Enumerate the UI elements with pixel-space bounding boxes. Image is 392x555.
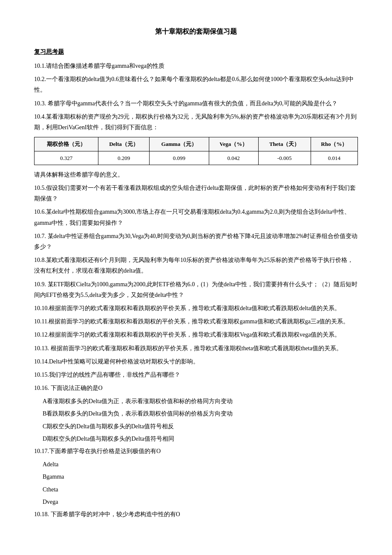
question-10-13: 10.13. 根据前面学习的欧式看涨期权和看跌期权的平价关系，推导欧式看涨期权t…: [34, 343, 358, 354]
question-10-15: 10.15.我们学过的线性产品有哪些，非线性产品有哪些？: [34, 369, 358, 380]
question-10-4: 10.4.某看涨期权标的资产现价为29元，期权执行价格为32元，无风险利率为5%…: [34, 111, 358, 133]
cell-vega: 0.042: [209, 151, 258, 165]
col-header-rho: Rho（%）: [311, 137, 357, 151]
question-10-16-d: D期权空头的Delta值与期权多头的Delta值符号相同: [43, 433, 358, 444]
question-10-10: 10.10.根据前面学习的欧式看涨期权和看跌期权的平价关系，推导欧式看涨期权de…: [34, 303, 358, 314]
question-10-6: 10.6.某delta中性期权组合gamma为3000,市场上存在一只可交易看涨…: [34, 206, 358, 228]
section-title: 复习思考题: [34, 46, 358, 57]
question-10-16-b: B看跌期权多头的Delta值为负，表示看跌期权价值同标的价格反方向变动: [43, 408, 358, 419]
question-10-17-a: Adelta: [43, 459, 358, 470]
question-10-2: 10.2.一个看涨期权的delta值为0.6意味着什么？如果每个看涨期权的del…: [34, 74, 358, 95]
question-10-17-b: Bgamma: [43, 471, 358, 482]
cell-rho: 0.014: [311, 151, 357, 165]
question-10-17: 10.17.下面希腊字母在执行价格是达到极值的有O: [34, 446, 358, 456]
cell-delta: 0.209: [98, 151, 149, 165]
cell-theta: -0.005: [258, 151, 311, 165]
question-10-8: 10.8.某欧式看涨期权还有6个月到期，无风险利率为每年10乐标的资产价格波动率…: [34, 255, 358, 276]
question-10-1: 10.1.请结合图像描述希腊字母gamma和vega的性质: [34, 61, 358, 71]
question-10-17-d: Dvega: [43, 497, 358, 507]
question-10-16-c: C期权空头的Delta值与期权多头的Delta值符号相反: [43, 421, 358, 432]
col-header-gamma: Gamma（元）: [149, 137, 209, 151]
question-10-12: 10.12.根据前面学习的欧式看涨期权和看跌期权的平价关系，推导欧式看涨期权Ve…: [34, 329, 358, 340]
col-header-theta: Theta（天）: [258, 137, 311, 151]
cell-price: 0.327: [35, 151, 98, 165]
question-10-3: 10.3. 希腊字母中gamma代表什么？当一个期权空头头寸的gamma值有很大…: [34, 98, 358, 109]
question-10-17-c: Ctheta: [43, 484, 358, 495]
question-10-9: 10.9. 某ETF期权CieIta为1000,gamma为2000,此时ETF…: [34, 279, 358, 300]
col-header-vega: Vega（%）: [209, 137, 258, 151]
question-10-18: 10.18. 下面希腊字母的对冲中，较少考虑构造中性的有O: [34, 509, 358, 520]
col-header-delta: Delta（元）: [98, 137, 149, 151]
options-table-wrapper: 期权价格（元） Delta（元） Gamma（元） Vega（%） Theta（…: [34, 137, 358, 165]
question-10-7: 10.7. 某delta中性证券组合gamma为30,Vega为40,时间变动为…: [34, 231, 358, 252]
cell-gamma: 0.099: [149, 151, 209, 165]
question-10-14: 10.14.Delta中性策略可以规避何种价格波动对期权头寸的影响。: [34, 356, 358, 367]
page-title: 第十章期权的套期保值习题: [34, 26, 358, 38]
question-10-11: 10.11.根据前面学习的欧式看涨期权和看跌期权的平价关系，推导欧式看涨期权ga…: [34, 316, 358, 327]
question-10-4-note: 请具体解释这些希腊字母的意义。: [34, 169, 358, 180]
col-header-price: 期权价格（元）: [35, 137, 98, 151]
question-10-16: 10.16. 下面说法正确的是O: [34, 383, 358, 393]
question-10-16-a: A看涨期权多头的Delta值为正，表示看涨期权价值和标的价格同方向变动: [43, 396, 358, 407]
question-10-5: 10.5.假设我们需要对一个有若干看涨看跌期权组成的空头组合进行delta套期保…: [34, 183, 358, 204]
table-row: 0.327 0.209 0.099 0.042 -0.005 0.014: [35, 151, 358, 165]
greeks-table: 期权价格（元） Delta（元） Gamma（元） Vega（%） Theta（…: [34, 137, 358, 165]
